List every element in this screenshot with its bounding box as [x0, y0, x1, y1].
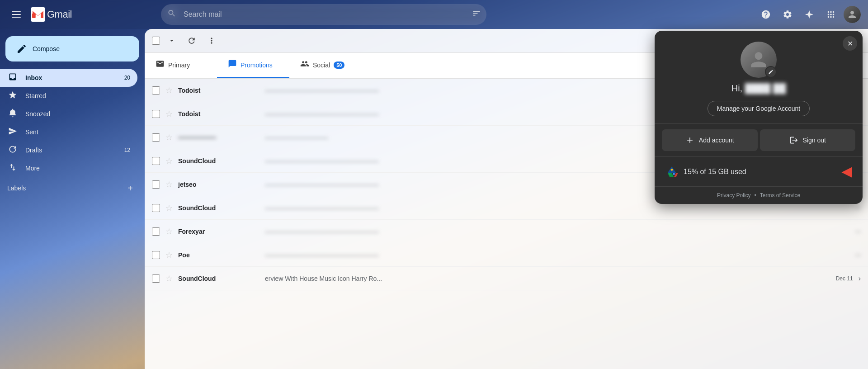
- popup-footer: Privacy Policy • Terms of Service: [655, 187, 863, 204]
- email-sender: Forexyar: [178, 228, 259, 235]
- starred-icon: [7, 90, 18, 102]
- storage-arrow-indicator: ◀: [842, 164, 852, 179]
- email-checkbox[interactable]: [152, 86, 160, 95]
- terms-link[interactable]: Terms of Service: [760, 192, 800, 199]
- tab-social[interactable]: Social 50: [289, 53, 362, 78]
- star-icon[interactable]: ☆: [165, 156, 173, 166]
- email-checkbox[interactable]: [152, 110, 160, 118]
- hamburger-button[interactable]: [7, 5, 25, 24]
- gemini-button[interactable]: [800, 5, 818, 24]
- social-tab-badge: 50: [334, 62, 344, 69]
- dropdown-arrow-button[interactable]: [164, 33, 180, 49]
- sidebar-item-snoozed[interactable]: Snoozed: [0, 105, 137, 123]
- primary-tab-icon: [156, 59, 165, 71]
- star-icon[interactable]: ☆: [165, 203, 173, 213]
- labels-add-button[interactable]: +: [123, 181, 137, 195]
- sidebar-item-inbox[interactable]: Inbox 20: [0, 69, 137, 87]
- tab-promotions[interactable]: Promotions: [217, 53, 289, 78]
- more-icon: [7, 163, 18, 174]
- svg-point-7: [671, 169, 673, 171]
- snoozed-icon: [7, 109, 18, 120]
- svg-point-6: [673, 173, 675, 175]
- header: M Gmail: [0, 0, 868, 29]
- email-checkbox[interactable]: [152, 227, 160, 236]
- labels-heading: Labels: [7, 184, 26, 192]
- promotions-tab-icon: [228, 59, 237, 71]
- drafts-icon: [7, 145, 18, 156]
- add-account-button[interactable]: Add account: [662, 129, 758, 151]
- avatar-edit-button[interactable]: [765, 66, 777, 78]
- storage-text: 15% of 15 GB used: [684, 168, 746, 176]
- email-checkbox[interactable]: [152, 204, 160, 212]
- user-name: ████ ██: [745, 83, 786, 93]
- email-checkbox[interactable]: [152, 133, 160, 142]
- expand-icon: ›: [859, 274, 861, 283]
- inbox-icon: [7, 72, 18, 84]
- select-all-checkbox[interactable]: [152, 37, 160, 45]
- google-drive-icon: [665, 166, 678, 178]
- star-icon[interactable]: ☆: [165, 180, 173, 189]
- more-label: More: [25, 165, 130, 172]
- email-sender: SoundCloud: [178, 275, 259, 282]
- email-snippet: ——————————————————: [265, 251, 843, 259]
- svg-rect-0: [12, 11, 21, 12]
- apps-button[interactable]: [822, 5, 840, 24]
- privacy-policy-link[interactable]: Privacy Policy: [717, 192, 751, 199]
- email-checkbox[interactable]: [152, 157, 160, 165]
- email-date: Dec 11: [836, 275, 853, 282]
- star-icon[interactable]: ☆: [165, 250, 173, 260]
- email-sender: Poe: [178, 251, 259, 259]
- popup-storage[interactable]: 15% of 15 GB used ◀: [655, 157, 863, 187]
- sidebar: Compose Inbox 20 Starred Snoozed Sent Dr…: [0, 29, 145, 369]
- email-subject: erview With House Music Icon Harry Ro...: [265, 275, 382, 282]
- compose-button[interactable]: Compose: [5, 36, 139, 62]
- email-row[interactable]: ☆ Poe —————————————————— —: [145, 243, 868, 267]
- refresh-button[interactable]: [184, 33, 200, 49]
- email-sender: SoundCloud: [178, 204, 259, 212]
- more-options-button[interactable]: [203, 33, 220, 49]
- star-icon[interactable]: ☆: [165, 85, 173, 95]
- popup-avatar-wrapper: [741, 42, 777, 78]
- search-bar: [161, 4, 486, 25]
- tab-primary[interactable]: Primary: [145, 53, 217, 78]
- email-snippet: erview With House Music Icon Harry Ro...: [265, 275, 823, 282]
- manage-account-button[interactable]: Manage your Google Account: [708, 101, 810, 116]
- drafts-count: 12: [124, 147, 130, 153]
- search-input[interactable]: [161, 4, 486, 25]
- email-checkbox[interactable]: [152, 251, 160, 259]
- google-m-icon: M: [31, 7, 45, 22]
- email-checkbox[interactable]: [152, 180, 160, 189]
- header-right: [757, 5, 861, 24]
- account-avatar-button[interactable]: [844, 6, 861, 23]
- star-icon[interactable]: ☆: [165, 274, 173, 284]
- popup-close-button[interactable]: ✕: [843, 36, 857, 51]
- email-checkbox[interactable]: [152, 274, 160, 283]
- settings-button[interactable]: [778, 5, 797, 24]
- close-icon: ✕: [847, 39, 853, 48]
- email-date: —: [855, 252, 861, 258]
- sign-out-button[interactable]: Sign out: [760, 129, 856, 151]
- inbox-label: Inbox: [25, 74, 117, 81]
- help-button[interactable]: [757, 5, 775, 24]
- app-title: Gmail: [47, 9, 72, 20]
- search-options-button[interactable]: [472, 9, 481, 20]
- star-icon[interactable]: ☆: [165, 132, 173, 142]
- sidebar-item-more[interactable]: More: [0, 159, 137, 177]
- email-row[interactable]: ☆ Forexyar —————————————————— —: [145, 220, 868, 243]
- email-snippet: ——————————————————: [265, 204, 843, 212]
- svg-point-5: [669, 173, 671, 175]
- star-icon[interactable]: ☆: [165, 109, 173, 119]
- sidebar-item-sent[interactable]: Sent: [0, 123, 137, 141]
- popup-header: Hi, ████ ██ Manage your Google Account: [655, 31, 863, 124]
- email-row[interactable]: ☆ SoundCloud erview With House Music Ico…: [145, 267, 868, 290]
- email-sender: Todoist: [178, 87, 259, 94]
- email-date: —: [855, 228, 861, 235]
- sidebar-item-starred[interactable]: Starred: [0, 87, 137, 105]
- email-date: —: [855, 205, 861, 211]
- sidebar-item-drafts[interactable]: Drafts 12: [0, 141, 137, 159]
- labels-section-header: Labels +: [0, 177, 145, 197]
- star-icon[interactable]: ☆: [165, 227, 173, 237]
- drafts-label: Drafts: [25, 147, 117, 154]
- svg-rect-1: [12, 14, 21, 15]
- svg-rect-2: [12, 17, 21, 18]
